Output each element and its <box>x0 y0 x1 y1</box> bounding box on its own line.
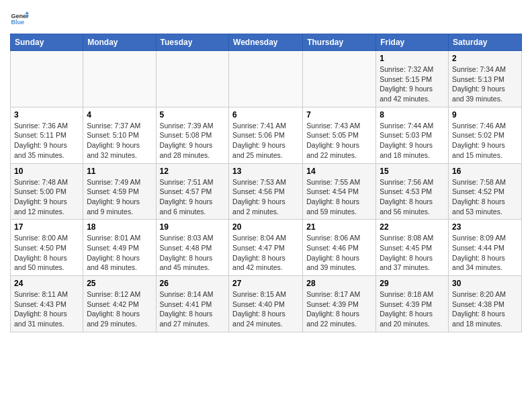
calendar-cell: 22Sunrise: 8:08 AM Sunset: 4:45 PM Dayli… <box>376 220 449 276</box>
calendar-week-2: 10Sunrise: 7:48 AM Sunset: 5:00 PM Dayli… <box>11 163 522 220</box>
calendar-cell <box>11 51 83 107</box>
header: General Blue <box>10 7 522 28</box>
calendar-week-4: 24Sunrise: 8:11 AM Sunset: 4:43 PM Dayli… <box>11 276 522 332</box>
day-info: Sunrise: 7:48 AM Sunset: 5:00 PM Dayligh… <box>14 177 79 217</box>
day-number: 22 <box>380 222 445 232</box>
day-info: Sunrise: 7:49 AM Sunset: 4:59 PM Dayligh… <box>87 177 152 217</box>
calendar-header-tuesday: Tuesday <box>156 34 229 51</box>
calendar-cell: 6Sunrise: 7:41 AM Sunset: 5:06 PM Daylig… <box>229 107 303 163</box>
calendar-header-wednesday: Wednesday <box>229 34 303 51</box>
day-info: Sunrise: 7:44 AM Sunset: 5:03 PM Dayligh… <box>380 121 445 161</box>
day-info: Sunrise: 8:08 AM Sunset: 4:45 PM Dayligh… <box>380 233 445 273</box>
calendar-cell: 5Sunrise: 7:39 AM Sunset: 5:08 PM Daylig… <box>156 107 229 163</box>
calendar-cell: 28Sunrise: 8:17 AM Sunset: 4:39 PM Dayli… <box>303 276 376 332</box>
day-number: 15 <box>380 167 445 176</box>
day-number: 23 <box>452 222 518 232</box>
day-info: Sunrise: 7:58 AM Sunset: 4:52 PM Dayligh… <box>452 177 518 217</box>
day-info: Sunrise: 7:51 AM Sunset: 4:57 PM Dayligh… <box>160 177 226 217</box>
calendar-cell: 24Sunrise: 8:11 AM Sunset: 4:43 PM Dayli… <box>11 276 83 332</box>
day-number: 4 <box>87 110 152 120</box>
day-info: Sunrise: 8:03 AM Sunset: 4:48 PM Dayligh… <box>160 233 226 273</box>
day-info: Sunrise: 8:04 AM Sunset: 4:47 PM Dayligh… <box>232 233 299 273</box>
day-info: Sunrise: 8:11 AM Sunset: 4:43 PM Dayligh… <box>14 289 79 329</box>
day-info: Sunrise: 7:56 AM Sunset: 4:53 PM Dayligh… <box>380 177 445 217</box>
day-number: 10 <box>14 167 79 176</box>
day-info: Sunrise: 7:37 AM Sunset: 5:10 PM Dayligh… <box>87 121 152 161</box>
day-info: Sunrise: 8:17 AM Sunset: 4:39 PM Dayligh… <box>306 289 372 329</box>
logo: General Blue <box>10 9 29 28</box>
calendar-cell: 27Sunrise: 8:15 AM Sunset: 4:40 PM Dayli… <box>229 276 303 332</box>
svg-text:Blue: Blue <box>11 19 24 26</box>
day-number: 19 <box>160 222 226 232</box>
calendar-cell <box>303 51 376 107</box>
day-number: 25 <box>87 279 152 288</box>
calendar-cell: 30Sunrise: 8:20 AM Sunset: 4:38 PM Dayli… <box>449 276 522 332</box>
day-number: 12 <box>160 167 226 176</box>
day-info: Sunrise: 8:12 AM Sunset: 4:42 PM Dayligh… <box>87 289 152 329</box>
calendar-cell: 2Sunrise: 7:34 AM Sunset: 5:13 PM Daylig… <box>449 51 522 107</box>
calendar-cell: 15Sunrise: 7:56 AM Sunset: 4:53 PM Dayli… <box>376 163 449 220</box>
day-number: 27 <box>232 279 299 288</box>
calendar-cell: 18Sunrise: 8:01 AM Sunset: 4:49 PM Dayli… <box>83 220 156 276</box>
day-number: 29 <box>380 279 445 288</box>
calendar-week-1: 3Sunrise: 7:36 AM Sunset: 5:11 PM Daylig… <box>11 107 522 163</box>
day-info: Sunrise: 7:36 AM Sunset: 5:11 PM Dayligh… <box>14 121 79 161</box>
calendar-cell: 29Sunrise: 8:18 AM Sunset: 4:39 PM Dayli… <box>376 276 449 332</box>
day-info: Sunrise: 8:18 AM Sunset: 4:39 PM Dayligh… <box>380 289 445 329</box>
day-info: Sunrise: 8:00 AM Sunset: 4:50 PM Dayligh… <box>14 233 79 273</box>
calendar-cell <box>156 51 229 107</box>
day-info: Sunrise: 7:34 AM Sunset: 5:13 PM Dayligh… <box>452 64 518 104</box>
day-info: Sunrise: 8:06 AM Sunset: 4:46 PM Dayligh… <box>306 233 372 273</box>
calendar-table: SundayMondayTuesdayWednesdayThursdayFrid… <box>10 34 522 332</box>
calendar-cell: 7Sunrise: 7:43 AM Sunset: 5:05 PM Daylig… <box>303 107 376 163</box>
day-number: 28 <box>306 279 372 288</box>
day-number: 24 <box>14 279 79 288</box>
day-number: 1 <box>380 54 445 63</box>
calendar-header-sunday: Sunday <box>11 34 83 51</box>
day-number: 21 <box>306 222 372 232</box>
day-number: 11 <box>87 167 152 176</box>
day-number: 5 <box>160 110 226 120</box>
day-number: 14 <box>306 167 372 176</box>
day-info: Sunrise: 7:41 AM Sunset: 5:06 PM Dayligh… <box>232 121 299 161</box>
day-info: Sunrise: 8:09 AM Sunset: 4:44 PM Dayligh… <box>452 233 518 273</box>
calendar-cell: 13Sunrise: 7:53 AM Sunset: 4:56 PM Dayli… <box>229 163 303 220</box>
calendar-cell: 26Sunrise: 8:14 AM Sunset: 4:41 PM Dayli… <box>156 276 229 332</box>
calendar-header-friday: Friday <box>376 34 449 51</box>
calendar-header-thursday: Thursday <box>303 34 376 51</box>
calendar-week-0: 1Sunrise: 7:32 AM Sunset: 5:15 PM Daylig… <box>11 51 522 107</box>
page: General Blue SundayMondayTuesdayWednesda… <box>0 0 532 339</box>
day-info: Sunrise: 7:46 AM Sunset: 5:02 PM Dayligh… <box>452 121 518 161</box>
calendar-cell: 20Sunrise: 8:04 AM Sunset: 4:47 PM Dayli… <box>229 220 303 276</box>
day-info: Sunrise: 8:14 AM Sunset: 4:41 PM Dayligh… <box>160 289 226 329</box>
day-number: 17 <box>14 222 79 232</box>
day-info: Sunrise: 7:43 AM Sunset: 5:05 PM Dayligh… <box>306 121 372 161</box>
logo-icon: General Blue <box>10 9 29 28</box>
calendar-cell: 11Sunrise: 7:49 AM Sunset: 4:59 PM Dayli… <box>83 163 156 220</box>
calendar-cell: 3Sunrise: 7:36 AM Sunset: 5:11 PM Daylig… <box>11 107 83 163</box>
day-info: Sunrise: 8:01 AM Sunset: 4:49 PM Dayligh… <box>87 233 152 273</box>
day-number: 8 <box>380 110 445 120</box>
calendar-cell: 25Sunrise: 8:12 AM Sunset: 4:42 PM Dayli… <box>83 276 156 332</box>
day-number: 9 <box>452 110 518 120</box>
calendar-cell: 16Sunrise: 7:58 AM Sunset: 4:52 PM Dayli… <box>449 163 522 220</box>
day-number: 20 <box>232 222 299 232</box>
calendar-cell: 17Sunrise: 8:00 AM Sunset: 4:50 PM Dayli… <box>11 220 83 276</box>
calendar-cell: 1Sunrise: 7:32 AM Sunset: 5:15 PM Daylig… <box>376 51 449 107</box>
calendar-cell: 21Sunrise: 8:06 AM Sunset: 4:46 PM Dayli… <box>303 220 376 276</box>
day-number: 13 <box>232 167 299 176</box>
day-number: 16 <box>452 167 518 176</box>
day-number: 3 <box>14 110 79 120</box>
calendar-cell: 14Sunrise: 7:55 AM Sunset: 4:54 PM Dayli… <box>303 163 376 220</box>
day-number: 7 <box>306 110 372 120</box>
day-info: Sunrise: 8:20 AM Sunset: 4:38 PM Dayligh… <box>452 289 518 329</box>
day-info: Sunrise: 7:39 AM Sunset: 5:08 PM Dayligh… <box>160 121 226 161</box>
calendar-cell <box>229 51 303 107</box>
day-info: Sunrise: 7:53 AM Sunset: 4:56 PM Dayligh… <box>232 177 299 217</box>
calendar-cell: 9Sunrise: 7:46 AM Sunset: 5:02 PM Daylig… <box>449 107 522 163</box>
calendar-cell: 19Sunrise: 8:03 AM Sunset: 4:48 PM Dayli… <box>156 220 229 276</box>
day-info: Sunrise: 8:15 AM Sunset: 4:40 PM Dayligh… <box>232 289 299 329</box>
day-info: Sunrise: 7:32 AM Sunset: 5:15 PM Dayligh… <box>380 64 445 104</box>
day-number: 2 <box>452 54 518 63</box>
day-info: Sunrise: 7:55 AM Sunset: 4:54 PM Dayligh… <box>306 177 372 217</box>
